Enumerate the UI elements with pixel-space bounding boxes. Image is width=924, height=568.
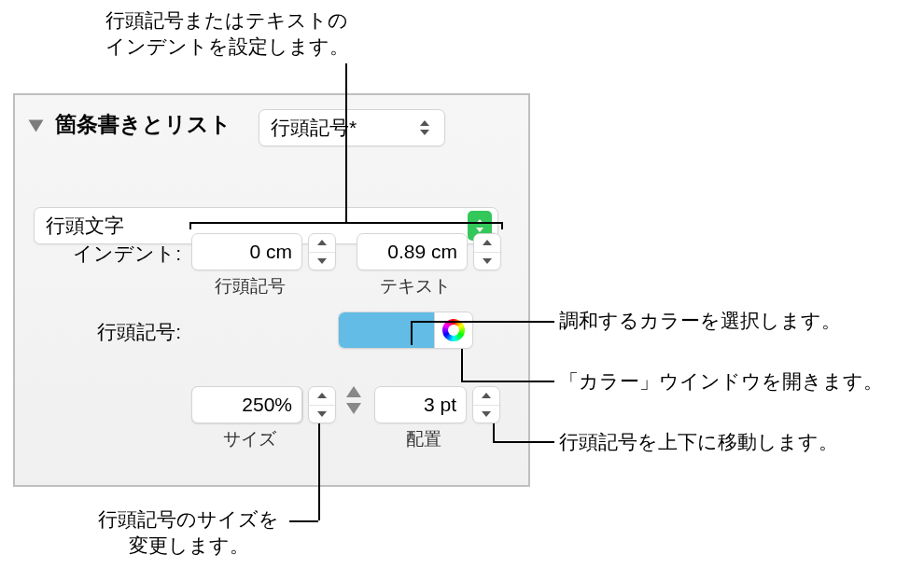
bullet-style-popup[interactable]: 行頭記号* — [259, 109, 445, 146]
callout-match-color: 調和するカラーを選択します。 — [559, 308, 841, 334]
callout-size: 行頭記号のサイズを変更します。 — [86, 506, 291, 560]
popup-arrows-icon — [416, 120, 433, 135]
size-sublabel: サイズ — [191, 427, 308, 451]
align-sublabel: 配置 — [374, 427, 472, 451]
stepper-down[interactable] — [474, 252, 500, 270]
stepper-up[interactable] — [309, 234, 335, 252]
bullet-style-value: 行頭記号* — [271, 115, 407, 141]
align-field[interactable]: 3 pt — [374, 386, 467, 423]
bullet-indent-row: 0 cm — [191, 233, 336, 270]
bullet-indent-stepper[interactable] — [308, 233, 336, 270]
disclosure-triangle-icon — [29, 119, 44, 132]
size-stepper[interactable] — [308, 386, 336, 423]
text-indent-value: 0.89 cm — [357, 241, 467, 263]
stepper-up[interactable] — [309, 387, 335, 405]
callout-color-window: 「カラー」ウインドウを開きます。 — [559, 368, 883, 395]
color-wheel-button[interactable] — [435, 312, 472, 348]
section-header[interactable]: 箇条書きとリスト — [22, 110, 231, 139]
bullet-char-label: 行頭記号: — [24, 319, 181, 345]
size-value: 250% — [192, 394, 301, 416]
stepper-up[interactable] — [474, 234, 500, 252]
align-value: 3 pt — [375, 394, 466, 416]
stepper-down[interactable] — [309, 405, 335, 423]
color-wheel-icon — [442, 319, 465, 341]
bullets-panel: 箇条書きとリスト 行頭記号* 行頭文字 インデント: 0 cm 行頭記号 0.8… — [13, 93, 530, 487]
callout-indent: 行頭記号またはテキストのインデントを設定します。 — [82, 7, 371, 61]
align-stepper[interactable] — [472, 386, 500, 423]
align-direction-icon — [346, 386, 361, 414]
text-indent-sublabel: テキスト — [357, 274, 473, 298]
section-title: 箇条書きとリスト — [55, 110, 231, 139]
bullet-indent-field[interactable]: 0 cm — [191, 233, 302, 270]
size-field[interactable]: 250% — [191, 386, 302, 423]
size-row: 250% — [191, 386, 336, 423]
indent-label: インデント: — [24, 241, 181, 267]
align-row: 3 pt — [374, 386, 500, 423]
stepper-down[interactable] — [309, 252, 335, 270]
color-swatch[interactable] — [339, 312, 435, 348]
text-indent-field[interactable]: 0.89 cm — [357, 233, 468, 270]
stepper-up[interactable] — [473, 387, 499, 405]
bullet-indent-value: 0 cm — [192, 241, 301, 263]
callout-align-move: 行頭記号を上下に移動します。 — [559, 429, 838, 455]
stepper-down[interactable] — [473, 405, 499, 423]
text-indent-row: 0.89 cm — [357, 233, 501, 270]
bullet-indent-sublabel: 行頭記号 — [191, 274, 308, 298]
color-well — [338, 312, 473, 349]
text-indent-stepper[interactable] — [473, 233, 501, 270]
